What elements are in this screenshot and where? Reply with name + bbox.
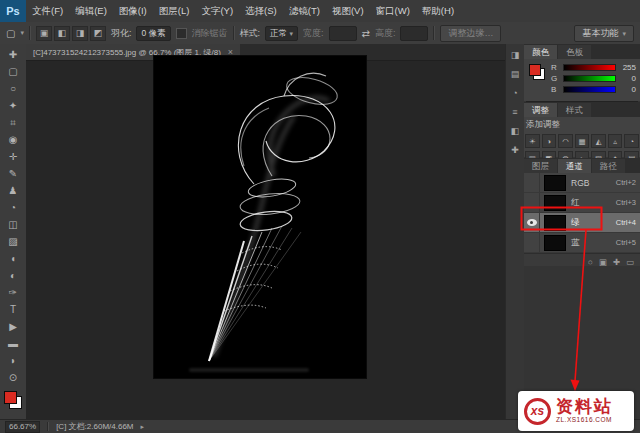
style-select[interactable]: 正常 ▾ [265,26,298,41]
type-tool[interactable]: T [2,301,24,318]
menu-filter[interactable]: 滤镜(T) [283,0,326,22]
actions-panel-icon[interactable]: ✚ [508,144,522,156]
foreground-color-swatch[interactable] [529,64,541,76]
width-label: 宽度: [303,27,324,40]
marquee-tool[interactable]: ▢ [2,63,24,80]
arrange-icon[interactable]: ▤ [508,68,522,80]
menu-type[interactable]: 文字(Y) [195,0,239,22]
menu-help[interactable]: 帮助(H) [416,0,460,22]
visibility-toggle[interactable] [524,233,540,252]
properties-panel-icon[interactable]: ≡ [508,106,522,118]
tab-swatches[interactable]: 色板 [558,45,591,59]
hand-tool[interactable]: ◗ [2,352,24,369]
refine-edge-button[interactable]: 调整边缘… [440,25,501,42]
height-label: 高度: [375,27,396,40]
channels-panel-tabs: 图层 通道 路径 [524,158,640,173]
selection-mode-new-icon[interactable]: ▣ [36,26,52,41]
feather-label: 羽化: [111,27,132,40]
chevron-down-icon: ▾ [622,26,626,41]
healing-brush-tool[interactable]: ✛ [2,148,24,165]
channel-shortcut: Ctrl+2 [616,178,636,187]
clone-stamp-tool[interactable]: ♟ [2,182,24,199]
menu-view[interactable]: 视图(V) [326,0,370,22]
channel-row-red[interactable]: 红 Ctrl+3 [524,193,640,213]
eraser-tool[interactable]: ◫ [2,216,24,233]
adjustments-panel: 调整 样式 添加调整 ☀ ◑ ◠ ▦ ◭ ▵ ◔ ▥ ◩ ◍ ◐ ▧ ✦ ▤ [524,102,640,157]
selection-mode-group: ▣ ◧ ◨ ◩ [36,26,106,41]
color-balance-icon[interactable]: ◔ [624,134,639,148]
red-slider[interactable] [563,64,616,71]
red-value[interactable]: 255 [620,63,636,72]
feather-input[interactable]: 0 像素 [136,26,170,41]
panel-color-swatches[interactable] [528,63,546,81]
channel-row-green[interactable]: 绿 Ctrl+4 [524,213,640,233]
green-value[interactable]: 0 [620,74,636,83]
antialias-checkbox[interactable] [176,28,187,39]
green-slider[interactable] [563,75,616,82]
selection-mode-add-icon[interactable]: ◧ [54,26,70,41]
vibrance-icon[interactable]: ◭ [591,134,606,148]
dodge-tool[interactable]: ◐ [2,267,24,284]
preset-dropdown-arrow[interactable]: ▾ [20,29,24,37]
width-input[interactable] [329,26,357,41]
app-logo[interactable]: Ps [0,0,26,22]
history-panel-icon[interactable]: ◔ [508,87,522,99]
canvas-image[interactable] [154,56,366,378]
menu-file[interactable]: 文件(F) [26,0,69,22]
zoom-level-field[interactable]: 66.67% [5,421,40,433]
color-swatches[interactable] [3,390,23,410]
tab-styles[interactable]: 样式 [558,103,591,117]
tab-adjustments[interactable]: 调整 [524,103,557,117]
selection-mode-intersect-icon[interactable]: ◩ [90,26,106,41]
move-tool[interactable]: ✚ [2,46,24,63]
zoom-tool[interactable]: ⊙ [2,369,24,386]
collapse-panels-icon[interactable]: ◨ [508,49,522,61]
status-expand-icon[interactable]: ▸ [141,423,145,431]
visibility-toggle[interactable] [524,213,540,232]
blue-slider-label: B [551,85,559,94]
color-panel: 颜色 色板 R 255 G 0 [524,44,640,101]
blur-tool[interactable]: ◖ [2,250,24,267]
magic-wand-tool[interactable]: ✦ [2,97,24,114]
channel-shortcut: Ctrl+5 [616,238,636,247]
history-brush-tool[interactable]: ◔ [2,199,24,216]
menu-edit[interactable]: 编辑(E) [69,0,113,22]
menu-window[interactable]: 窗口(W) [370,0,416,22]
levels-icon[interactable]: ◑ [542,134,557,148]
menu-image[interactable]: 图像(I) [113,0,153,22]
channel-row-blue[interactable]: 蓝 Ctrl+5 [524,233,640,253]
menu-layer[interactable]: 图层(L) [153,0,196,22]
visibility-toggle[interactable] [524,173,540,192]
hue-saturation-icon[interactable]: ▵ [608,134,623,148]
brightness-contrast-icon[interactable]: ☀ [525,134,540,148]
lasso-tool[interactable]: ○ [2,80,24,97]
blue-value[interactable]: 0 [620,85,636,94]
curves-icon[interactable]: ◠ [558,134,573,148]
antialias-label: 消除锯齿 [192,27,228,40]
workspace-switcher[interactable]: 基本功能▾ [574,25,634,42]
swap-dimensions-icon[interactable]: ⇄ [362,28,370,39]
tab-channels[interactable]: 通道 [558,159,591,173]
eyedropper-tool[interactable]: ◉ [2,131,24,148]
shape-tool[interactable]: ▬ [2,335,24,352]
tab-paths[interactable]: 路径 [592,159,625,173]
selection-mode-subtract-icon[interactable]: ◨ [72,26,88,41]
info-panel-icon[interactable]: ◧ [508,125,522,137]
menu-select[interactable]: 选择(S) [239,0,283,22]
tool-preset-icon[interactable]: ▢ [6,28,15,39]
path-selection-tool[interactable]: ▶ [2,318,24,335]
brush-tool[interactable]: ✎ [2,165,24,182]
tab-color[interactable]: 颜色 [524,45,557,59]
visibility-toggle[interactable] [524,193,540,212]
adjustment-icons-row1: ☀ ◑ ◠ ▦ ◭ ▵ ◔ [524,134,640,151]
crop-tool[interactable]: ⌗ [2,114,24,131]
height-input[interactable] [400,26,428,41]
blue-slider[interactable] [563,86,616,93]
foreground-color-swatch[interactable] [4,391,17,404]
channel-row-rgb[interactable]: RGB Ctrl+2 [524,173,640,193]
exposure-icon[interactable]: ▦ [575,134,590,148]
gradient-tool[interactable]: ▨ [2,233,24,250]
tab-layers[interactable]: 图层 [524,159,557,173]
pen-tool[interactable]: ✑ [2,284,24,301]
green-slider-row: G 0 [551,73,636,84]
